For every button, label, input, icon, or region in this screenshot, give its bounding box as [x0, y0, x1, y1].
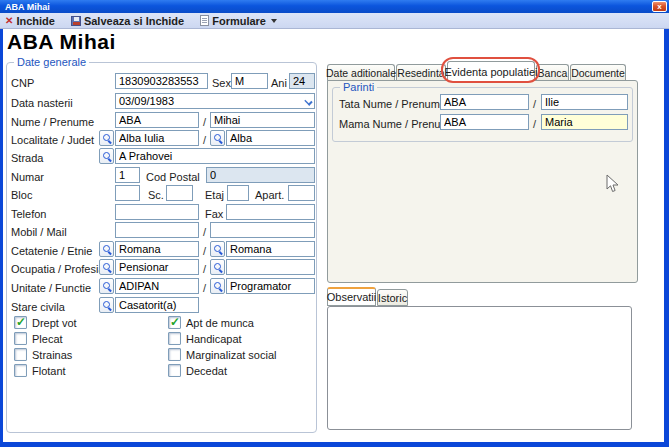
birth-date-combo[interactable]: 03/09/1983 — [115, 93, 315, 109]
tab-banca[interactable]: Banca — [536, 64, 569, 81]
salveaza-si-inchide-button[interactable]: Salveaza si Inchide — [71, 14, 184, 28]
plecat-label[interactable]: Plecat — [32, 333, 63, 345]
bloc-input[interactable] — [115, 185, 140, 201]
strada-input[interactable] — [115, 148, 315, 164]
tata-prenume-input[interactable] — [541, 94, 628, 110]
judet-input[interactable] — [226, 130, 315, 146]
sc-input[interactable] — [166, 185, 193, 201]
strainas-checkbox[interactable] — [14, 348, 27, 361]
etnie-input[interactable] — [226, 241, 315, 257]
ani-label: Ani — [271, 77, 287, 89]
ani-input — [289, 73, 315, 89]
handicapat-label[interactable]: Handicapat — [186, 333, 242, 345]
search-icon[interactable] — [99, 278, 114, 294]
date-generale-legend: Date generale — [14, 56, 89, 68]
separator: / — [533, 118, 536, 130]
window-border-bottom — [0, 442, 669, 447]
sex-input[interactable] — [231, 73, 268, 89]
prenume-input[interactable] — [210, 112, 315, 128]
search-icon[interactable] — [99, 148, 114, 164]
mama-prenume-input[interactable] — [541, 114, 628, 130]
plecat-checkbox[interactable] — [14, 332, 27, 345]
magnifier-icon — [214, 245, 222, 253]
etaj-input[interactable] — [227, 185, 249, 201]
mama-nume-input[interactable] — [440, 114, 529, 130]
strainas-label[interactable]: Strainas — [32, 349, 72, 361]
search-icon[interactable] — [210, 241, 225, 257]
marginalizat-social-label[interactable]: Marginalizat social — [186, 349, 276, 361]
apart-label: Apart. — [255, 189, 284, 201]
formulare-label: Formulare — [212, 15, 266, 27]
tab-observatii[interactable]: Observatii — [327, 287, 376, 306]
search-icon[interactable] — [99, 297, 114, 313]
toolbar: ✕ Inchide Salveaza si Inchide Formulare — [0, 13, 669, 29]
app-window: ABA Mihai x ✕ Inchide Salveaza si Inchid… — [0, 0, 669, 447]
search-icon[interactable] — [210, 278, 225, 294]
search-icon[interactable] — [99, 130, 114, 146]
cnp-label: CNP — [11, 77, 34, 89]
numar-label: Numar — [11, 171, 44, 183]
telefon-label: Telefon — [11, 208, 46, 220]
close-x-icon: ✕ — [5, 16, 13, 26]
formulare-menu-button[interactable]: Formulare — [200, 14, 277, 28]
apt-de-munca-checkbox[interactable] — [168, 316, 181, 329]
cnp-input[interactable] — [115, 73, 208, 89]
functie-input[interactable] — [226, 278, 315, 294]
form-page-icon — [200, 15, 209, 26]
tab-documente[interactable]: Documente — [570, 64, 626, 81]
unitate-functie-label: Unitate / Functie — [11, 282, 91, 294]
cetatenie-input[interactable] — [115, 241, 199, 257]
mail-input[interactable] — [210, 222, 315, 238]
ocupatia-input[interactable] — [115, 259, 199, 275]
separator: / — [533, 98, 536, 110]
magnifier-icon — [103, 301, 111, 309]
apt-de-munca-label[interactable]: Apt de munca — [186, 317, 254, 329]
inchide-label: Inchide — [16, 15, 55, 27]
fax-input[interactable] — [226, 204, 315, 220]
marginalizat-social-checkbox[interactable] — [168, 348, 181, 361]
observatii-textarea[interactable] — [327, 306, 632, 430]
flotant-checkbox[interactable] — [14, 364, 27, 377]
inchide-button[interactable]: ✕ Inchide — [5, 14, 55, 28]
profesia-input[interactable] — [226, 259, 315, 275]
stare-civila-input[interactable] — [115, 297, 199, 313]
chevron-down-icon[interactable] — [304, 97, 312, 105]
separator: / — [203, 226, 206, 238]
telefon-input[interactable] — [115, 204, 199, 220]
tab-date-aditionale[interactable]: Date aditionale — [327, 64, 395, 81]
page-title: ABA Mihai — [7, 30, 116, 54]
search-icon[interactable] — [210, 130, 225, 146]
birth-date-value: 03/09/1983 — [119, 95, 174, 107]
tab-evidenta-populatiei[interactable]: Evidenta populatiei — [447, 61, 535, 81]
sex-label: Sex — [212, 77, 231, 89]
etaj-label: Etaj — [205, 189, 224, 201]
close-icon[interactable]: x — [652, 1, 667, 12]
nume-input[interactable] — [115, 112, 199, 128]
tab-resedinta[interactable]: Resedinta — [396, 64, 446, 81]
search-icon[interactable] — [99, 241, 114, 257]
mobil-input[interactable] — [115, 222, 199, 238]
localitate-input[interactable] — [115, 130, 199, 146]
decedat-checkbox[interactable] — [168, 364, 181, 377]
unitate-input[interactable] — [115, 278, 199, 294]
magnifier-icon — [103, 282, 111, 290]
numar-input[interactable] — [115, 167, 140, 183]
tab-istoric[interactable]: Istoric — [377, 289, 408, 306]
separator: / — [203, 245, 206, 257]
decedat-label[interactable]: Decedat — [186, 365, 227, 377]
save-icon — [71, 16, 81, 26]
parinti-legend: Parinti — [340, 81, 377, 93]
drept-vot-label[interactable]: Drept vot — [32, 317, 77, 329]
mama-nume-prenume-label: Mama Nume / Prenume — [339, 118, 456, 130]
window-border-right — [664, 29, 669, 443]
handicapat-checkbox[interactable] — [168, 332, 181, 345]
tata-nume-input[interactable] — [440, 94, 529, 110]
window-border-left — [0, 29, 3, 443]
flotant-label[interactable]: Flotant — [32, 365, 66, 377]
search-icon[interactable] — [210, 259, 225, 275]
apart-input[interactable] — [288, 185, 315, 201]
separator: / — [203, 282, 206, 294]
search-icon[interactable] — [99, 259, 114, 275]
drept-vot-checkbox[interactable] — [14, 316, 27, 329]
chevron-down-icon — [271, 19, 277, 23]
